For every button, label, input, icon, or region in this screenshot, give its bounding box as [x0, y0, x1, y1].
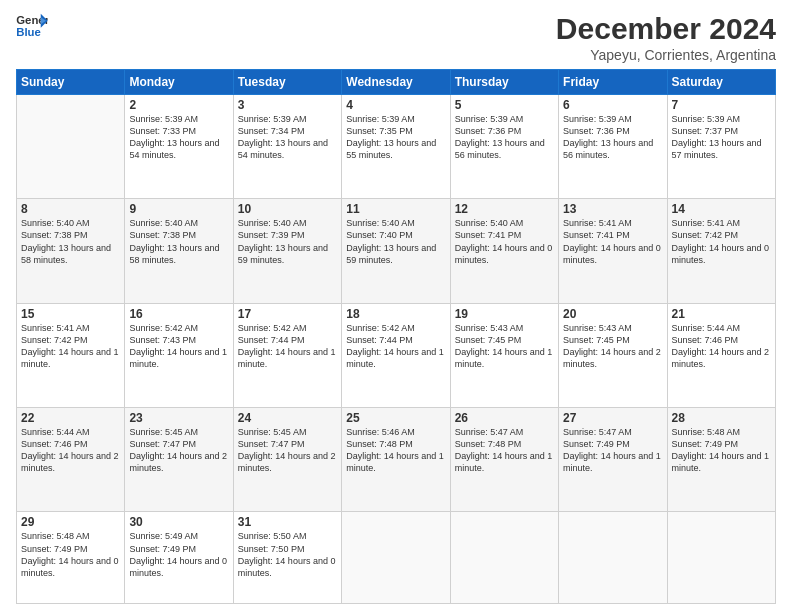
day-number: 17 [238, 307, 337, 321]
cell-info: Sunrise: 5:40 AMSunset: 7:39 PMDaylight:… [238, 218, 328, 264]
calendar-table: Sunday Monday Tuesday Wednesday Thursday… [16, 69, 776, 604]
table-row: 10Sunrise: 5:40 AMSunset: 7:39 PMDayligh… [233, 199, 341, 303]
table-row: 6Sunrise: 5:39 AMSunset: 7:36 PMDaylight… [559, 95, 667, 199]
day-number: 14 [672, 202, 771, 216]
day-number: 31 [238, 515, 337, 529]
table-row: 21Sunrise: 5:44 AMSunset: 7:46 PMDayligh… [667, 303, 775, 407]
page: General Blue December 2024 Yapeyu, Corri… [0, 0, 792, 612]
table-row: 28Sunrise: 5:48 AMSunset: 7:49 PMDayligh… [667, 408, 775, 512]
table-row: 15Sunrise: 5:41 AMSunset: 7:42 PMDayligh… [17, 303, 125, 407]
table-row [667, 512, 775, 604]
table-row: 22Sunrise: 5:44 AMSunset: 7:46 PMDayligh… [17, 408, 125, 512]
table-row: 11Sunrise: 5:40 AMSunset: 7:40 PMDayligh… [342, 199, 450, 303]
calendar-header: Sunday Monday Tuesday Wednesday Thursday… [17, 70, 776, 95]
col-sunday: Sunday [17, 70, 125, 95]
day-number: 27 [563, 411, 662, 425]
table-row: 3Sunrise: 5:39 AMSunset: 7:34 PMDaylight… [233, 95, 341, 199]
cell-info: Sunrise: 5:48 AMSunset: 7:49 PMDaylight:… [21, 531, 119, 577]
header: General Blue December 2024 Yapeyu, Corri… [16, 12, 776, 63]
cell-info: Sunrise: 5:43 AMSunset: 7:45 PMDaylight:… [563, 323, 661, 369]
day-number: 30 [129, 515, 228, 529]
subtitle: Yapeyu, Corrientes, Argentina [556, 47, 776, 63]
col-thursday: Thursday [450, 70, 558, 95]
cell-info: Sunrise: 5:42 AMSunset: 7:44 PMDaylight:… [238, 323, 336, 369]
cell-info: Sunrise: 5:44 AMSunset: 7:46 PMDaylight:… [21, 427, 119, 473]
day-number: 16 [129, 307, 228, 321]
table-row: 4Sunrise: 5:39 AMSunset: 7:35 PMDaylight… [342, 95, 450, 199]
cell-info: Sunrise: 5:44 AMSunset: 7:46 PMDaylight:… [672, 323, 770, 369]
cell-info: Sunrise: 5:41 AMSunset: 7:41 PMDaylight:… [563, 218, 661, 264]
day-number: 28 [672, 411, 771, 425]
svg-text:Blue: Blue [16, 26, 41, 38]
calendar-body: 2Sunrise: 5:39 AMSunset: 7:33 PMDaylight… [17, 95, 776, 604]
cell-info: Sunrise: 5:40 AMSunset: 7:38 PMDaylight:… [21, 218, 111, 264]
table-row [559, 512, 667, 604]
cell-info: Sunrise: 5:47 AMSunset: 7:48 PMDaylight:… [455, 427, 553, 473]
day-number: 9 [129, 202, 228, 216]
day-number: 21 [672, 307, 771, 321]
logo-icon: General Blue [16, 12, 48, 40]
table-row [342, 512, 450, 604]
table-row: 9Sunrise: 5:40 AMSunset: 7:38 PMDaylight… [125, 199, 233, 303]
cell-info: Sunrise: 5:47 AMSunset: 7:49 PMDaylight:… [563, 427, 661, 473]
cell-info: Sunrise: 5:46 AMSunset: 7:48 PMDaylight:… [346, 427, 444, 473]
cell-info: Sunrise: 5:43 AMSunset: 7:45 PMDaylight:… [455, 323, 553, 369]
day-number: 20 [563, 307, 662, 321]
day-number: 8 [21, 202, 120, 216]
day-number: 10 [238, 202, 337, 216]
table-row: 8Sunrise: 5:40 AMSunset: 7:38 PMDaylight… [17, 199, 125, 303]
cell-info: Sunrise: 5:39 AMSunset: 7:34 PMDaylight:… [238, 114, 328, 160]
cell-info: Sunrise: 5:41 AMSunset: 7:42 PMDaylight:… [672, 218, 770, 264]
day-number: 5 [455, 98, 554, 112]
table-row: 12Sunrise: 5:40 AMSunset: 7:41 PMDayligh… [450, 199, 558, 303]
table-row: 23Sunrise: 5:45 AMSunset: 7:47 PMDayligh… [125, 408, 233, 512]
day-number: 11 [346, 202, 445, 216]
cell-info: Sunrise: 5:45 AMSunset: 7:47 PMDaylight:… [129, 427, 227, 473]
day-number: 12 [455, 202, 554, 216]
day-number: 25 [346, 411, 445, 425]
cell-info: Sunrise: 5:40 AMSunset: 7:40 PMDaylight:… [346, 218, 436, 264]
col-tuesday: Tuesday [233, 70, 341, 95]
cell-info: Sunrise: 5:42 AMSunset: 7:44 PMDaylight:… [346, 323, 444, 369]
table-row: 25Sunrise: 5:46 AMSunset: 7:48 PMDayligh… [342, 408, 450, 512]
cell-info: Sunrise: 5:50 AMSunset: 7:50 PMDaylight:… [238, 531, 336, 577]
day-number: 29 [21, 515, 120, 529]
table-row: 14Sunrise: 5:41 AMSunset: 7:42 PMDayligh… [667, 199, 775, 303]
table-row: 30Sunrise: 5:49 AMSunset: 7:49 PMDayligh… [125, 512, 233, 604]
day-number: 18 [346, 307, 445, 321]
cell-info: Sunrise: 5:49 AMSunset: 7:49 PMDaylight:… [129, 531, 227, 577]
cell-info: Sunrise: 5:42 AMSunset: 7:43 PMDaylight:… [129, 323, 227, 369]
table-row: 19Sunrise: 5:43 AMSunset: 7:45 PMDayligh… [450, 303, 558, 407]
title-area: December 2024 Yapeyu, Corrientes, Argent… [556, 12, 776, 63]
cell-info: Sunrise: 5:39 AMSunset: 7:36 PMDaylight:… [455, 114, 545, 160]
day-number: 2 [129, 98, 228, 112]
cell-info: Sunrise: 5:39 AMSunset: 7:37 PMDaylight:… [672, 114, 762, 160]
table-row: 18Sunrise: 5:42 AMSunset: 7:44 PMDayligh… [342, 303, 450, 407]
cell-info: Sunrise: 5:39 AMSunset: 7:33 PMDaylight:… [129, 114, 219, 160]
col-wednesday: Wednesday [342, 70, 450, 95]
day-number: 22 [21, 411, 120, 425]
main-title: December 2024 [556, 12, 776, 45]
table-row: 17Sunrise: 5:42 AMSunset: 7:44 PMDayligh… [233, 303, 341, 407]
day-number: 24 [238, 411, 337, 425]
table-row: 7Sunrise: 5:39 AMSunset: 7:37 PMDaylight… [667, 95, 775, 199]
day-number: 3 [238, 98, 337, 112]
table-row: 20Sunrise: 5:43 AMSunset: 7:45 PMDayligh… [559, 303, 667, 407]
day-number: 26 [455, 411, 554, 425]
table-row: 26Sunrise: 5:47 AMSunset: 7:48 PMDayligh… [450, 408, 558, 512]
day-number: 23 [129, 411, 228, 425]
cell-info: Sunrise: 5:39 AMSunset: 7:36 PMDaylight:… [563, 114, 653, 160]
day-number: 19 [455, 307, 554, 321]
day-number: 4 [346, 98, 445, 112]
table-row: 5Sunrise: 5:39 AMSunset: 7:36 PMDaylight… [450, 95, 558, 199]
table-row [17, 95, 125, 199]
day-number: 13 [563, 202, 662, 216]
table-row: 29Sunrise: 5:48 AMSunset: 7:49 PMDayligh… [17, 512, 125, 604]
cell-info: Sunrise: 5:40 AMSunset: 7:41 PMDaylight:… [455, 218, 553, 264]
table-row: 27Sunrise: 5:47 AMSunset: 7:49 PMDayligh… [559, 408, 667, 512]
cell-info: Sunrise: 5:45 AMSunset: 7:47 PMDaylight:… [238, 427, 336, 473]
table-row [450, 512, 558, 604]
table-row: 16Sunrise: 5:42 AMSunset: 7:43 PMDayligh… [125, 303, 233, 407]
cell-info: Sunrise: 5:39 AMSunset: 7:35 PMDaylight:… [346, 114, 436, 160]
cell-info: Sunrise: 5:40 AMSunset: 7:38 PMDaylight:… [129, 218, 219, 264]
